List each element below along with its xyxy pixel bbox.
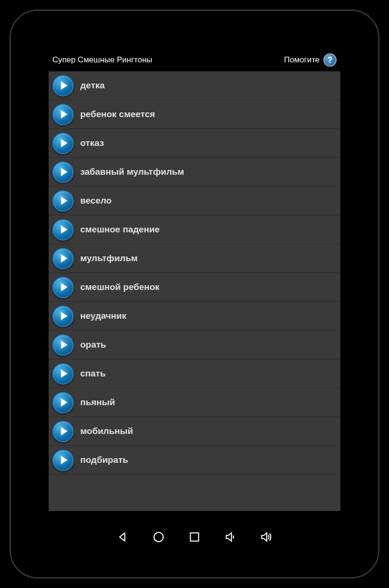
- svg-point-0: [154, 532, 163, 542]
- ringtone-label: ребенок смеется: [80, 109, 155, 119]
- list-item[interactable]: мультфильм: [49, 244, 340, 273]
- play-icon[interactable]: [52, 421, 74, 442]
- ringtone-label: отказ: [80, 138, 104, 148]
- ringtone-label: неудачник: [80, 311, 127, 321]
- ringtone-list[interactable]: деткаребенок смеетсяотказзабавный мультф…: [49, 71, 340, 511]
- list-item[interactable]: забавный мультфильм: [49, 158, 340, 187]
- play-triangle-icon: [61, 81, 68, 90]
- ringtone-label: забавный мультфильм: [80, 167, 184, 177]
- android-nav-bar: [49, 511, 340, 549]
- home-icon[interactable]: [152, 531, 165, 543]
- play-icon[interactable]: [52, 306, 74, 327]
- play-triangle-icon: [61, 254, 68, 263]
- play-triangle-icon: [61, 369, 68, 378]
- header-right: Помогите ?: [284, 53, 337, 67]
- play-icon[interactable]: [52, 219, 74, 240]
- svg-rect-1: [190, 533, 198, 541]
- volume-down-icon[interactable]: [224, 531, 237, 543]
- ringtone-label: орать: [80, 340, 106, 350]
- device-screen: Супер Смешные Рингтоны Помогите ? деткар…: [49, 49, 340, 511]
- play-triangle-icon: [61, 283, 68, 291]
- ringtone-label: мобильный: [80, 426, 133, 436]
- play-triangle-icon: [61, 196, 68, 205]
- play-triangle-icon: [61, 139, 68, 147]
- device-frame: Супер Смешные Рингтоны Помогите ? деткар…: [9, 9, 380, 579]
- list-item[interactable]: ребенок смеется: [49, 100, 340, 129]
- list-item[interactable]: смешной ребенок: [49, 273, 340, 302]
- play-triangle-icon: [61, 168, 68, 176]
- play-triangle-icon: [61, 427, 68, 435]
- list-item[interactable]: детка: [49, 71, 340, 100]
- ringtone-label: пьяный: [80, 397, 115, 408]
- play-triangle-icon: [61, 225, 68, 234]
- list-item[interactable]: спать: [49, 359, 340, 388]
- help-icon[interactable]: ?: [323, 53, 337, 67]
- play-triangle-icon: [61, 341, 68, 349]
- volume-up-icon[interactable]: [260, 531, 272, 543]
- play-triangle-icon: [61, 398, 68, 407]
- ringtone-label: подбирать: [80, 455, 128, 465]
- list-item[interactable]: отказ: [49, 129, 340, 158]
- list-item[interactable]: весело: [49, 187, 340, 215]
- list-item[interactable]: смешное падение: [49, 215, 340, 244]
- play-triangle-icon: [61, 110, 68, 119]
- play-triangle-icon: [61, 456, 68, 464]
- play-icon[interactable]: [52, 248, 74, 269]
- play-icon[interactable]: [52, 75, 74, 96]
- ringtone-label: спать: [80, 368, 106, 379]
- play-icon[interactable]: [52, 450, 74, 471]
- app-header: Супер Смешные Рингтоны Помогите ?: [49, 49, 340, 71]
- ringtone-label: смешное падение: [80, 224, 160, 235]
- play-icon[interactable]: [52, 363, 74, 384]
- ringtone-label: весело: [80, 196, 111, 206]
- list-item[interactable]: мобильный: [49, 417, 340, 446]
- play-icon[interactable]: [52, 277, 74, 298]
- play-triangle-icon: [61, 312, 68, 320]
- list-item[interactable]: неудачник: [49, 302, 340, 331]
- play-icon[interactable]: [52, 392, 74, 413]
- list-item[interactable]: пьяный: [49, 388, 340, 417]
- play-icon[interactable]: [52, 104, 74, 125]
- ringtone-label: детка: [80, 80, 105, 91]
- back-icon[interactable]: [117, 531, 129, 543]
- list-item[interactable]: подбирать: [49, 446, 340, 475]
- ringtone-label: смешной ребенок: [80, 282, 160, 292]
- play-icon[interactable]: [52, 190, 74, 212]
- play-icon[interactable]: [52, 334, 74, 356]
- list-item[interactable]: орать: [49, 331, 340, 359]
- play-icon[interactable]: [52, 162, 74, 183]
- app-title: Супер Смешные Рингтоны: [52, 55, 152, 65]
- play-icon[interactable]: [52, 133, 74, 154]
- ringtone-label: мультфильм: [80, 253, 138, 264]
- help-label: Помогите: [284, 55, 320, 65]
- recent-apps-icon[interactable]: [188, 531, 201, 543]
